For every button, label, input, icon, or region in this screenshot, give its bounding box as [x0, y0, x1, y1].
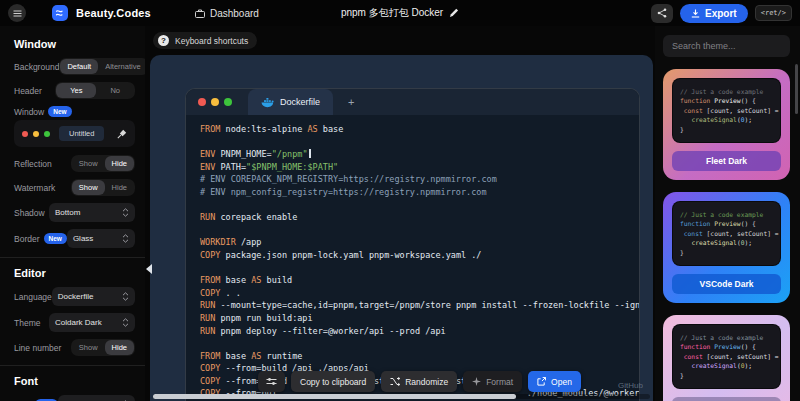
theme-label: Theme [14, 318, 40, 328]
code-editor[interactable]: FROM node:lts-alpine AS base ENV PNPM_HO… [186, 115, 639, 400]
watermark-segment: Show Hide [71, 179, 135, 196]
theme-card[interactable]: // Just a code examplefunction Preview()… [663, 315, 790, 401]
text-cursor [309, 149, 311, 158]
settings-sliders-button[interactable] [258, 371, 285, 392]
pin-icon[interactable] [117, 129, 127, 139]
randomize-button[interactable]: Randomize [381, 371, 457, 392]
line-number-label: Line number [14, 343, 61, 353]
nav-dashboard[interactable]: Dashboard [195, 8, 259, 19]
format-label: Format [486, 377, 513, 387]
nav-dashboard-label: Dashboard [210, 8, 259, 19]
sliders-icon [266, 377, 277, 386]
code-line: COPY package.json pnpm-lock.yaml pnpm-wo… [200, 249, 639, 262]
randomize-label: Randomize [405, 377, 448, 387]
theme-card[interactable]: // Just a code examplefunction Preview()… [663, 192, 790, 303]
reflection-option-hide[interactable]: Hide [105, 156, 134, 171]
language-select[interactable]: Dockerfile [52, 287, 135, 306]
theme-name-label[interactable]: Fleet Dark [672, 151, 781, 171]
close-window-icon[interactable] [198, 98, 206, 106]
header-option-no[interactable]: No [96, 83, 134, 98]
swirl-icon [55, 8, 65, 18]
theme-code-preview: // Just a code examplefunction Preview()… [672, 324, 781, 389]
share-icon [657, 8, 667, 18]
background-segment: Default Alternative [59, 58, 145, 75]
code-line [200, 262, 639, 275]
search-theme-input[interactable] [663, 35, 790, 57]
code-line [200, 136, 639, 149]
theme-name-label[interactable]: XCode Dark [672, 397, 781, 401]
help-icon: ? [158, 35, 169, 46]
main-area: ? Keyboard shortcuts [145, 26, 655, 401]
docker-icon [261, 97, 274, 108]
window-style-preview[interactable]: Untitled [14, 120, 135, 147]
row-window-style: Window New [14, 106, 135, 117]
section-title-font: Font [14, 375, 135, 387]
code-line: # ENV npm_config_registry=https://regist… [200, 186, 639, 199]
keyboard-shortcuts-label: Keyboard shortcuts [175, 36, 248, 46]
background-option-default[interactable]: Default [60, 59, 98, 74]
reflection-label: Reflection [14, 159, 52, 169]
font-select[interactable]: Jetbrains Mono [58, 395, 135, 401]
section-title-editor: Editor [14, 267, 135, 279]
copy-to-clipboard-button[interactable]: Copy to clipboard [291, 371, 375, 392]
code-line: RUN pnpm run build:api [200, 312, 639, 325]
code-line [200, 199, 639, 212]
background-option-alternative[interactable]: Alternative [98, 59, 145, 74]
line-number-option-hide[interactable]: Hide [105, 340, 134, 355]
share-button[interactable] [651, 4, 673, 23]
new-tab-button[interactable]: + [348, 96, 354, 108]
watermark-label: Watermark [14, 183, 55, 193]
sparkles-icon [472, 377, 481, 386]
document-title-text: pnpm 多包打包 Docker [341, 6, 443, 20]
watermark-option-hide[interactable]: Hide [105, 180, 134, 195]
code-window[interactable]: Dockerfile + FROM node:lts-alpine AS bas… [185, 88, 640, 401]
traffic-lights [198, 89, 232, 115]
theme-select[interactable]: Coldark Dark [49, 313, 135, 332]
theme-name-label[interactable]: VSCode Dark [672, 274, 781, 294]
theme-card[interactable]: // Just a code examplefunction Preview()… [663, 69, 790, 180]
brand-logo-icon[interactable] [52, 5, 68, 21]
language-label: Language [14, 292, 52, 302]
theme-code-preview: // Just a code examplefunction Preview()… [672, 201, 781, 266]
github-watermark: GitHub [618, 381, 643, 390]
open-label: Open [551, 377, 572, 387]
line-number-option-show[interactable]: Show [72, 340, 105, 355]
window-titlebar: Dockerfile + [186, 89, 639, 115]
theme-value: Coldark Dark [55, 318, 102, 327]
menu-button[interactable] [8, 4, 26, 22]
download-icon [691, 9, 700, 18]
chevron-up-down-icon [122, 318, 129, 327]
edit-pencil-icon[interactable] [449, 8, 459, 18]
row-theme: Theme Coldark Dark [14, 313, 135, 332]
window-style-label: Window [14, 107, 44, 117]
row-line-number: Line number Show Hide [14, 339, 135, 356]
shadow-select[interactable]: Bottom [49, 203, 135, 222]
keyboard-shortcuts-button[interactable]: ? Keyboard shortcuts [153, 32, 257, 49]
code-line: FROM node:lts-alpine AS base [200, 123, 639, 136]
reflection-option-show[interactable]: Show [72, 156, 105, 171]
maximize-window-icon[interactable] [224, 98, 232, 106]
external-link-icon [537, 377, 546, 386]
code-line: WORKDIR /app [200, 236, 639, 249]
open-button[interactable]: Open [528, 371, 581, 392]
copy-label: Copy to clipboard [300, 377, 366, 387]
document-title: pnpm 多包打包 Docker [341, 6, 459, 20]
vertical-scrollbar-thumb[interactable] [795, 64, 798, 114]
format-button[interactable]: Format [463, 371, 522, 392]
window-new-badge: New [48, 106, 71, 117]
border-select[interactable]: Glass [67, 229, 135, 248]
watermark-option-show[interactable]: Show [72, 180, 105, 195]
traffic-yellow-icon [33, 131, 39, 137]
header-option-yes[interactable]: Yes [56, 83, 96, 98]
file-tab[interactable]: Dockerfile [248, 89, 333, 115]
code-line: RUN --mount=type=cache,id=pnpm,target=/p… [200, 299, 639, 312]
hamburger-icon [13, 10, 22, 17]
export-button[interactable]: Export [680, 4, 748, 23]
header-label: Header [14, 86, 42, 96]
scrollbar-thumb[interactable] [153, 394, 516, 399]
horizontal-scrollbar[interactable] [153, 394, 650, 399]
chevron-up-down-icon [122, 292, 129, 301]
code-line: COPY . . [200, 287, 639, 300]
sidebar-collapse-handle[interactable] [146, 264, 152, 274]
minimize-window-icon[interactable] [211, 98, 219, 106]
